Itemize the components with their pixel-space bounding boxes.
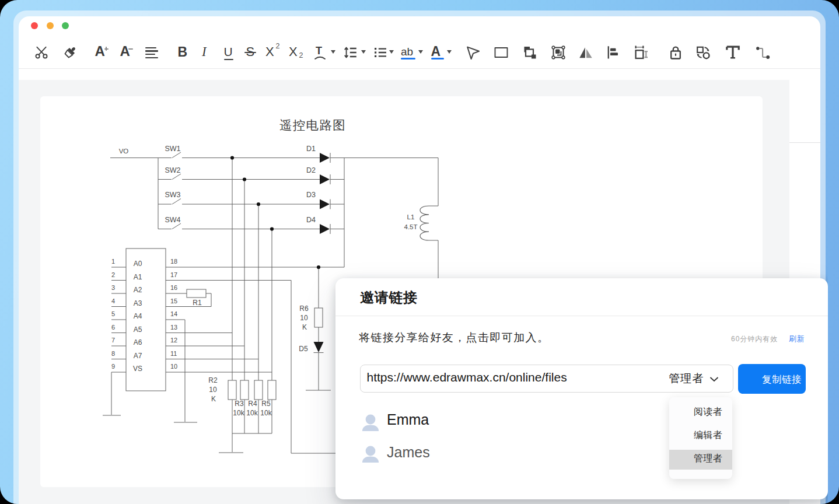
svg-text:14: 14 <box>170 310 177 317</box>
svg-text:VS: VS <box>133 365 142 373</box>
svg-text:1: 1 <box>111 258 115 265</box>
svg-text:2: 2 <box>111 271 115 278</box>
svg-text:4: 4 <box>111 298 115 304</box>
svg-text:5: 5 <box>111 310 115 317</box>
svg-text:A1: A1 <box>134 273 142 281</box>
svg-text:K: K <box>302 323 307 331</box>
svg-text:17: 17 <box>170 271 177 278</box>
svg-text:D2: D2 <box>306 166 316 174</box>
svg-text:4.5T: 4.5T <box>404 223 417 230</box>
svg-text:10: 10 <box>170 363 177 370</box>
svg-text:D3: D3 <box>306 191 316 199</box>
svg-text:D1: D1 <box>306 145 316 153</box>
svg-text:R6: R6 <box>299 304 309 313</box>
svg-text:9: 9 <box>111 363 115 370</box>
svg-text:16: 16 <box>170 284 177 291</box>
svg-text:A3: A3 <box>134 299 142 307</box>
svg-text:A4: A4 <box>134 312 142 320</box>
svg-text:R1: R1 <box>193 299 202 307</box>
svg-text:A5: A5 <box>134 326 142 334</box>
svg-text:遥控电路图: 遥控电路图 <box>279 118 346 132</box>
svg-text:10k: 10k <box>233 409 244 417</box>
svg-text:R5: R5 <box>261 400 271 408</box>
svg-text:R2: R2 <box>208 376 218 384</box>
svg-text:8: 8 <box>111 350 115 357</box>
svg-text:A7: A7 <box>134 352 142 360</box>
svg-text:13: 13 <box>170 324 177 331</box>
svg-text:A0: A0 <box>134 260 142 268</box>
svg-text:12: 12 <box>170 337 177 344</box>
svg-text:15: 15 <box>170 298 177 304</box>
svg-text:SW3: SW3 <box>165 191 180 199</box>
svg-text:18: 18 <box>170 258 177 265</box>
svg-text:D4: D4 <box>306 216 316 224</box>
svg-text:11: 11 <box>170 350 177 357</box>
svg-text:SW2: SW2 <box>165 166 180 174</box>
svg-text:10: 10 <box>300 314 308 322</box>
svg-text:3: 3 <box>111 284 115 291</box>
svg-text:L1: L1 <box>407 214 415 220</box>
svg-text:SW4: SW4 <box>165 216 180 224</box>
svg-text:10k: 10k <box>246 409 258 417</box>
svg-text:K: K <box>211 395 216 403</box>
svg-text:10: 10 <box>209 386 217 394</box>
svg-text:A2: A2 <box>134 286 142 294</box>
svg-text:R4: R4 <box>248 400 257 408</box>
svg-text:7: 7 <box>111 337 115 344</box>
svg-text:SW1: SW1 <box>165 145 180 153</box>
svg-text:10k: 10k <box>260 409 272 417</box>
svg-text:A6: A6 <box>134 338 142 346</box>
svg-text:6: 6 <box>111 324 115 331</box>
svg-text:VO: VO <box>119 148 129 155</box>
svg-text:R3: R3 <box>235 400 244 408</box>
svg-text:D5: D5 <box>299 345 308 353</box>
